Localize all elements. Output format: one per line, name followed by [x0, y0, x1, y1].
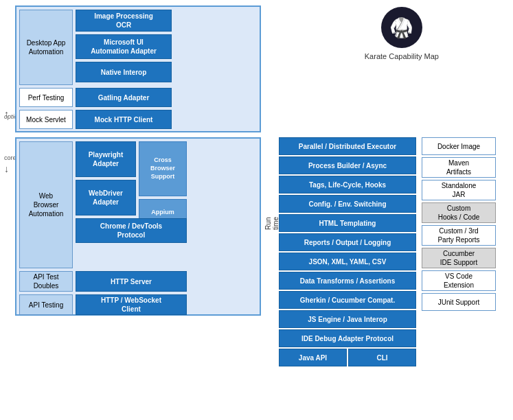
maven-artifacts-box: MavenArtifacts [422, 157, 496, 178]
cross-browser-box: CrossBrowserSupport [139, 141, 187, 196]
tags-hooks-box: Tags, Life-Cycle, Hooks [279, 176, 416, 194]
desktop-label: Desktop AppAutomation [19, 10, 73, 85]
java-api-box: Java API [279, 349, 347, 366]
reports-output-box: Reports / Output / Logging [279, 233, 416, 251]
vscode-extension-box: VS CodeExtension [422, 270, 496, 291]
mock-servlet-box: Mock Servlet [19, 110, 73, 129]
config-env-box: Config. / Env. Switching [279, 195, 416, 213]
web-section-border: WebBrowserAutomation PlaywrightAdapter C… [15, 137, 261, 316]
js-engine-box: JS Engine / Java Interop [279, 310, 416, 328]
desktop-section-border: Desktop AppAutomation Image ProcessingOC… [15, 5, 261, 132]
native-interop-box: Native Interop [76, 62, 172, 82]
http-server-box: HTTP Server [76, 271, 187, 292]
chrome-devtools-box: Chrome / DevToolsProtocol [76, 218, 187, 243]
right-section: Docker Image MavenArtifacts StandaloneJA… [422, 137, 503, 313]
gherkin-box: Gherkin / Cucumber Compat. [279, 291, 416, 309]
karate-icon: 🥋 [381, 7, 422, 48]
runtime-label: Runtime [264, 217, 280, 230]
runtime-label-area: Runtime [266, 178, 278, 268]
cucumber-ide-box: CucumberIDE Support [422, 248, 496, 268]
karate-title: Karate Capability Map [365, 51, 439, 62]
data-transforms-box: Data Transforms / Assertions [279, 272, 416, 290]
up-arrow: ↑ [4, 108, 9, 119]
bottom-row: Java API CLI [279, 349, 416, 366]
core-label: core [4, 154, 16, 161]
process-builder-box: Process Builder / Async [279, 156, 416, 174]
custom-party-reports-box: Custom / 3rdParty Reports [422, 225, 496, 246]
playwright-box: PlaywrightAdapter [76, 141, 136, 177]
webdriver-box: WebDriverAdapter [76, 180, 136, 215]
standalone-jar-box: StandaloneJAR [422, 180, 496, 200]
html-templating-box: HTML Templating [279, 214, 416, 232]
ms-ui-automation-box: Microsoft UIAutomation Adapter [76, 34, 172, 59]
json-xml-box: JSON, XML, YAML, CSV [279, 253, 416, 270]
mock-http-box: Mock HTTP Client [76, 110, 172, 129]
down-arrow: ↓ [4, 163, 9, 174]
docker-image-box: Docker Image [422, 137, 496, 155]
karate-logo-area: 🥋 Karate Capability Map [365, 7, 439, 62]
main-diagram: 🥋 Karate Capability Map optional ↑ core … [0, 0, 513, 420]
image-processing-box: Image ProcessingOCR [76, 10, 172, 32]
gatling-adapter-box: Gatling Adapter [76, 88, 172, 107]
cli-box: CLI [348, 349, 416, 366]
middle-section: Parallel / Distributed Executor Process … [279, 137, 416, 366]
parallel-box: Parallel / Distributed Executor [279, 137, 416, 155]
ide-debug-box: IDE Debug Adapter Protocol [279, 329, 416, 347]
junit-support-box: JUnit Support [422, 293, 496, 311]
http-websocket-box: HTTP / WebSocketClient [76, 294, 187, 315]
api-test-doubles-label: API TestDoubles [19, 271, 73, 292]
custom-hooks-box: CustomHooks / Code [422, 202, 496, 223]
perf-testing-box: Perf Testing [19, 88, 73, 107]
web-browser-label: WebBrowserAutomation [19, 141, 73, 268]
api-testing-label: API Testing [19, 294, 73, 315]
